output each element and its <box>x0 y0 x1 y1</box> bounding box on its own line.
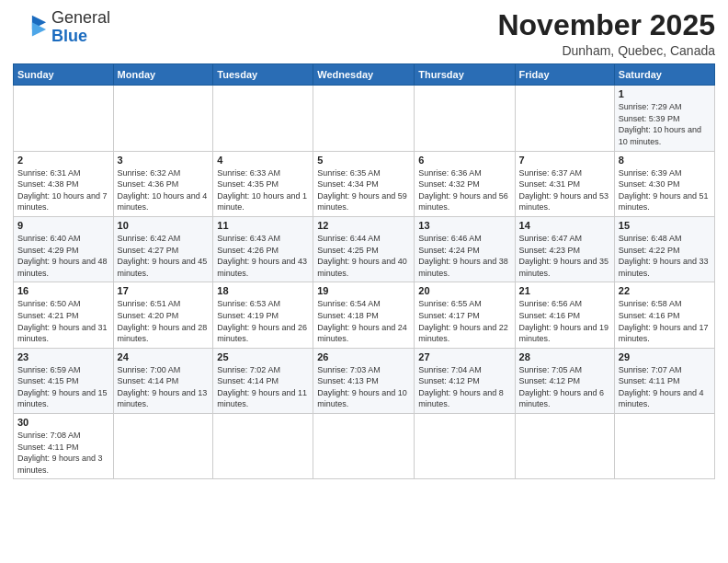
day-number: 11 <box>217 220 309 231</box>
page: General Blue November 2025 Dunham, Quebe… <box>0 0 728 563</box>
day-info: Sunrise: 7:07 AMSunset: 4:11 PMDaylight:… <box>619 364 711 410</box>
day-info: Sunrise: 6:54 AMSunset: 4:18 PMDaylight:… <box>317 298 410 344</box>
day-info: Sunrise: 6:39 AMSunset: 4:30 PMDaylight:… <box>619 167 711 213</box>
day-info: Sunrise: 6:59 AMSunset: 4:15 PMDaylight:… <box>17 364 109 410</box>
day-of-week-header: Friday <box>515 64 614 86</box>
day-number: 14 <box>519 220 610 231</box>
calendar-cell <box>113 86 213 151</box>
day-number: 8 <box>619 155 711 166</box>
day-info: Sunrise: 6:50 AMSunset: 4:21 PMDaylight:… <box>17 298 109 344</box>
calendar-cell: 30Sunrise: 7:08 AMSunset: 4:11 PMDayligh… <box>14 414 114 479</box>
day-number: 29 <box>619 351 711 362</box>
day-number: 30 <box>17 417 109 428</box>
calendar-cell: 8Sunrise: 6:39 AMSunset: 4:30 PMDaylight… <box>614 151 714 216</box>
day-number: 24 <box>118 351 210 362</box>
calendar-cell: 19Sunrise: 6:54 AMSunset: 4:18 PMDayligh… <box>313 282 415 348</box>
calendar-cell <box>313 86 415 151</box>
day-info: Sunrise: 7:05 AMSunset: 4:12 PMDaylight:… <box>519 364 610 410</box>
day-number: 22 <box>619 285 711 296</box>
calendar-cell <box>614 414 714 479</box>
calendar-cell: 22Sunrise: 6:58 AMSunset: 4:16 PMDayligh… <box>614 282 714 348</box>
calendar-cell: 21Sunrise: 6:56 AMSunset: 4:16 PMDayligh… <box>515 282 614 348</box>
calendar-cell: 20Sunrise: 6:55 AMSunset: 4:17 PMDayligh… <box>415 282 515 348</box>
day-of-week-header: Wednesday <box>313 64 415 86</box>
calendar-cell: 12Sunrise: 6:44 AMSunset: 4:25 PMDayligh… <box>313 216 415 282</box>
calendar-cell: 28Sunrise: 7:05 AMSunset: 4:12 PMDayligh… <box>515 348 614 413</box>
day-number: 21 <box>519 285 610 296</box>
title-block: November 2025 Dunham, Quebec, Canada <box>497 9 715 58</box>
location: Dunham, Quebec, Canada <box>497 43 715 58</box>
calendar-cell: 16Sunrise: 6:50 AMSunset: 4:21 PMDayligh… <box>14 282 114 348</box>
day-info: Sunrise: 6:40 AMSunset: 4:29 PMDaylight:… <box>17 233 109 279</box>
calendar-cell <box>14 86 114 151</box>
calendar-cell <box>213 86 313 151</box>
day-of-week-header: Thursday <box>415 64 515 86</box>
day-number: 15 <box>619 220 711 231</box>
day-info: Sunrise: 6:44 AMSunset: 4:25 PMDaylight:… <box>317 233 410 279</box>
calendar: SundayMondayTuesdayWednesdayThursdayFrid… <box>13 63 715 479</box>
day-info: Sunrise: 6:48 AMSunset: 4:22 PMDaylight:… <box>619 233 711 279</box>
calendar-cell: 17Sunrise: 6:51 AMSunset: 4:20 PMDayligh… <box>113 282 213 348</box>
calendar-cell <box>415 86 515 151</box>
day-of-week-header: Saturday <box>614 64 714 86</box>
day-number: 17 <box>118 285 210 296</box>
calendar-cell: 15Sunrise: 6:48 AMSunset: 4:22 PMDayligh… <box>614 216 714 282</box>
day-info: Sunrise: 7:08 AMSunset: 4:11 PMDaylight:… <box>17 430 109 476</box>
header: General Blue November 2025 Dunham, Quebe… <box>13 9 715 58</box>
calendar-cell: 11Sunrise: 6:43 AMSunset: 4:26 PMDayligh… <box>213 216 313 282</box>
calendar-cell <box>113 414 213 479</box>
calendar-cell: 9Sunrise: 6:40 AMSunset: 4:29 PMDaylight… <box>14 216 114 282</box>
calendar-cell: 4Sunrise: 6:33 AMSunset: 4:35 PMDaylight… <box>213 151 313 216</box>
calendar-cell <box>313 414 415 479</box>
calendar-cell <box>415 414 515 479</box>
calendar-cell <box>515 414 614 479</box>
calendar-cell: 10Sunrise: 6:42 AMSunset: 4:27 PMDayligh… <box>113 216 213 282</box>
calendar-cell: 25Sunrise: 7:02 AMSunset: 4:14 PMDayligh… <box>213 348 313 413</box>
day-number: 12 <box>317 220 410 231</box>
day-info: Sunrise: 6:53 AMSunset: 4:19 PMDaylight:… <box>217 298 309 344</box>
day-number: 13 <box>418 220 510 231</box>
day-info: Sunrise: 6:43 AMSunset: 4:26 PMDaylight:… <box>217 233 309 279</box>
day-info: Sunrise: 7:03 AMSunset: 4:13 PMDaylight:… <box>317 364 410 410</box>
day-info: Sunrise: 6:58 AMSunset: 4:16 PMDaylight:… <box>619 298 711 344</box>
day-info: Sunrise: 6:36 AMSunset: 4:32 PMDaylight:… <box>418 167 510 213</box>
calendar-cell: 14Sunrise: 6:47 AMSunset: 4:23 PMDayligh… <box>515 216 614 282</box>
calendar-cell: 13Sunrise: 6:46 AMSunset: 4:24 PMDayligh… <box>415 216 515 282</box>
calendar-cell: 24Sunrise: 7:00 AMSunset: 4:14 PMDayligh… <box>113 348 213 413</box>
day-number: 1 <box>619 88 711 99</box>
day-info: Sunrise: 7:29 AMSunset: 5:39 PMDaylight:… <box>619 101 711 147</box>
day-number: 9 <box>17 220 109 231</box>
day-number: 16 <box>17 285 109 296</box>
logo-text: General Blue <box>51 9 110 46</box>
calendar-cell: 3Sunrise: 6:32 AMSunset: 4:36 PMDaylight… <box>113 151 213 216</box>
day-info: Sunrise: 7:04 AMSunset: 4:12 PMDaylight:… <box>418 364 510 410</box>
day-number: 6 <box>418 155 510 166</box>
calendar-week-row: 23Sunrise: 6:59 AMSunset: 4:15 PMDayligh… <box>14 348 715 413</box>
day-info: Sunrise: 6:47 AMSunset: 4:23 PMDaylight:… <box>519 233 610 279</box>
day-info: Sunrise: 6:32 AMSunset: 4:36 PMDaylight:… <box>118 167 210 213</box>
day-number: 26 <box>317 351 410 362</box>
day-number: 18 <box>217 285 309 296</box>
day-info: Sunrise: 7:00 AMSunset: 4:14 PMDaylight:… <box>118 364 210 410</box>
day-of-week-header: Sunday <box>14 64 114 86</box>
calendar-cell: 1Sunrise: 7:29 AMSunset: 5:39 PMDaylight… <box>614 86 714 151</box>
logo-icon <box>13 10 48 45</box>
calendar-cell: 6Sunrise: 6:36 AMSunset: 4:32 PMDaylight… <box>415 151 515 216</box>
day-info: Sunrise: 6:51 AMSunset: 4:20 PMDaylight:… <box>118 298 210 344</box>
day-info: Sunrise: 6:55 AMSunset: 4:17 PMDaylight:… <box>418 298 510 344</box>
day-info: Sunrise: 7:02 AMSunset: 4:14 PMDaylight:… <box>217 364 309 410</box>
calendar-header-row: SundayMondayTuesdayWednesdayThursdayFrid… <box>14 64 715 86</box>
day-info: Sunrise: 6:31 AMSunset: 4:38 PMDaylight:… <box>17 167 109 213</box>
day-number: 7 <box>519 155 610 166</box>
logo: General Blue <box>13 9 110 46</box>
day-number: 23 <box>17 351 109 362</box>
day-of-week-header: Tuesday <box>213 64 313 86</box>
calendar-cell <box>213 414 313 479</box>
calendar-cell: 23Sunrise: 6:59 AMSunset: 4:15 PMDayligh… <box>14 348 114 413</box>
month-title: November 2025 <box>497 9 715 41</box>
day-info: Sunrise: 6:37 AMSunset: 4:31 PMDaylight:… <box>519 167 610 213</box>
calendar-cell: 18Sunrise: 6:53 AMSunset: 4:19 PMDayligh… <box>213 282 313 348</box>
day-info: Sunrise: 6:42 AMSunset: 4:27 PMDaylight:… <box>118 233 210 279</box>
calendar-week-row: 16Sunrise: 6:50 AMSunset: 4:21 PMDayligh… <box>14 282 715 348</box>
calendar-week-row: 1Sunrise: 7:29 AMSunset: 5:39 PMDaylight… <box>14 86 715 151</box>
